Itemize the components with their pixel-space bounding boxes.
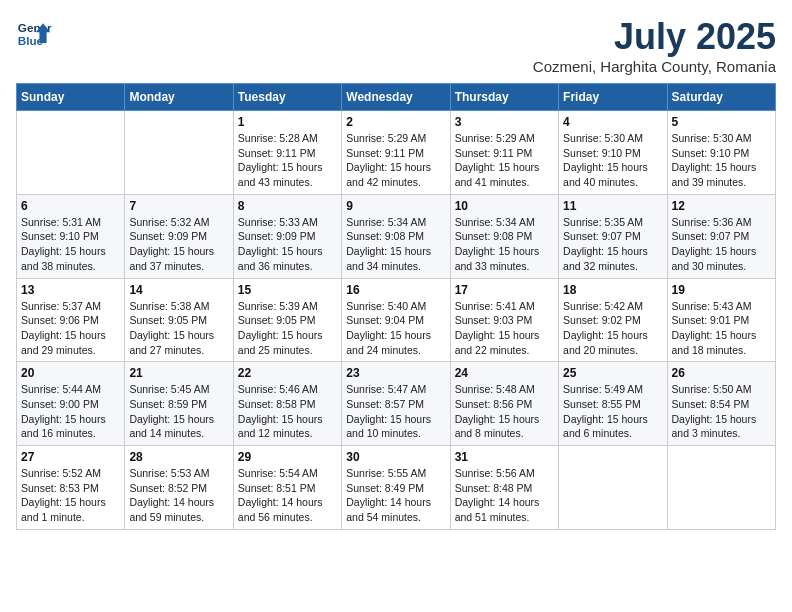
day-info: Sunrise: 5:36 AM Sunset: 9:07 PM Dayligh… [672,215,771,274]
calendar-cell: 3Sunrise: 5:29 AM Sunset: 9:11 PM Daylig… [450,111,558,195]
day-number: 3 [455,115,554,129]
day-number: 5 [672,115,771,129]
calendar-cell: 17Sunrise: 5:41 AM Sunset: 9:03 PM Dayli… [450,278,558,362]
day-info: Sunrise: 5:28 AM Sunset: 9:11 PM Dayligh… [238,131,337,190]
day-number: 25 [563,366,662,380]
day-info: Sunrise: 5:31 AM Sunset: 9:10 PM Dayligh… [21,215,120,274]
weekday-header: Friday [559,84,667,111]
calendar-cell: 7Sunrise: 5:32 AM Sunset: 9:09 PM Daylig… [125,194,233,278]
day-info: Sunrise: 5:41 AM Sunset: 9:03 PM Dayligh… [455,299,554,358]
weekday-header: Thursday [450,84,558,111]
calendar-table: SundayMondayTuesdayWednesdayThursdayFrid… [16,83,776,530]
day-number: 2 [346,115,445,129]
calendar-cell: 18Sunrise: 5:42 AM Sunset: 9:02 PM Dayli… [559,278,667,362]
day-info: Sunrise: 5:43 AM Sunset: 9:01 PM Dayligh… [672,299,771,358]
day-info: Sunrise: 5:29 AM Sunset: 9:11 PM Dayligh… [346,131,445,190]
day-info: Sunrise: 5:49 AM Sunset: 8:55 PM Dayligh… [563,382,662,441]
calendar-cell: 29Sunrise: 5:54 AM Sunset: 8:51 PM Dayli… [233,446,341,530]
calendar-cell: 23Sunrise: 5:47 AM Sunset: 8:57 PM Dayli… [342,362,450,446]
title-area: July 2025 Cozmeni, Harghita County, Roma… [533,16,776,75]
day-number: 19 [672,283,771,297]
calendar-week-row: 13Sunrise: 5:37 AM Sunset: 9:06 PM Dayli… [17,278,776,362]
page-subtitle: Cozmeni, Harghita County, Romania [533,58,776,75]
day-number: 6 [21,199,120,213]
day-info: Sunrise: 5:44 AM Sunset: 9:00 PM Dayligh… [21,382,120,441]
day-number: 4 [563,115,662,129]
day-number: 24 [455,366,554,380]
calendar-cell: 27Sunrise: 5:52 AM Sunset: 8:53 PM Dayli… [17,446,125,530]
day-info: Sunrise: 5:46 AM Sunset: 8:58 PM Dayligh… [238,382,337,441]
calendar-cell: 22Sunrise: 5:46 AM Sunset: 8:58 PM Dayli… [233,362,341,446]
calendar-cell: 10Sunrise: 5:34 AM Sunset: 9:08 PM Dayli… [450,194,558,278]
calendar-cell: 31Sunrise: 5:56 AM Sunset: 8:48 PM Dayli… [450,446,558,530]
day-info: Sunrise: 5:32 AM Sunset: 9:09 PM Dayligh… [129,215,228,274]
day-number: 22 [238,366,337,380]
day-info: Sunrise: 5:55 AM Sunset: 8:49 PM Dayligh… [346,466,445,525]
calendar-week-row: 1Sunrise: 5:28 AM Sunset: 9:11 PM Daylig… [17,111,776,195]
day-info: Sunrise: 5:40 AM Sunset: 9:04 PM Dayligh… [346,299,445,358]
day-info: Sunrise: 5:48 AM Sunset: 8:56 PM Dayligh… [455,382,554,441]
weekday-header: Monday [125,84,233,111]
day-number: 14 [129,283,228,297]
day-info: Sunrise: 5:39 AM Sunset: 9:05 PM Dayligh… [238,299,337,358]
day-number: 15 [238,283,337,297]
day-number: 18 [563,283,662,297]
calendar-cell: 5Sunrise: 5:30 AM Sunset: 9:10 PM Daylig… [667,111,775,195]
calendar-cell: 28Sunrise: 5:53 AM Sunset: 8:52 PM Dayli… [125,446,233,530]
calendar-header-row: SundayMondayTuesdayWednesdayThursdayFrid… [17,84,776,111]
day-info: Sunrise: 5:35 AM Sunset: 9:07 PM Dayligh… [563,215,662,274]
day-info: Sunrise: 5:56 AM Sunset: 8:48 PM Dayligh… [455,466,554,525]
day-info: Sunrise: 5:45 AM Sunset: 8:59 PM Dayligh… [129,382,228,441]
day-number: 7 [129,199,228,213]
page-title: July 2025 [533,16,776,58]
day-info: Sunrise: 5:52 AM Sunset: 8:53 PM Dayligh… [21,466,120,525]
logo-icon: General Blue [16,16,52,52]
day-number: 16 [346,283,445,297]
day-info: Sunrise: 5:47 AM Sunset: 8:57 PM Dayligh… [346,382,445,441]
calendar-cell: 24Sunrise: 5:48 AM Sunset: 8:56 PM Dayli… [450,362,558,446]
day-number: 10 [455,199,554,213]
calendar-cell: 26Sunrise: 5:50 AM Sunset: 8:54 PM Dayli… [667,362,775,446]
day-number: 21 [129,366,228,380]
day-number: 23 [346,366,445,380]
day-info: Sunrise: 5:54 AM Sunset: 8:51 PM Dayligh… [238,466,337,525]
day-number: 1 [238,115,337,129]
calendar-week-row: 6Sunrise: 5:31 AM Sunset: 9:10 PM Daylig… [17,194,776,278]
day-info: Sunrise: 5:30 AM Sunset: 9:10 PM Dayligh… [563,131,662,190]
day-info: Sunrise: 5:37 AM Sunset: 9:06 PM Dayligh… [21,299,120,358]
calendar-cell: 21Sunrise: 5:45 AM Sunset: 8:59 PM Dayli… [125,362,233,446]
calendar-cell: 4Sunrise: 5:30 AM Sunset: 9:10 PM Daylig… [559,111,667,195]
day-number: 28 [129,450,228,464]
day-number: 17 [455,283,554,297]
day-number: 13 [21,283,120,297]
calendar-cell: 16Sunrise: 5:40 AM Sunset: 9:04 PM Dayli… [342,278,450,362]
calendar-cell: 2Sunrise: 5:29 AM Sunset: 9:11 PM Daylig… [342,111,450,195]
day-number: 8 [238,199,337,213]
day-number: 12 [672,199,771,213]
calendar-cell [559,446,667,530]
day-number: 27 [21,450,120,464]
day-info: Sunrise: 5:34 AM Sunset: 9:08 PM Dayligh… [346,215,445,274]
calendar-cell: 9Sunrise: 5:34 AM Sunset: 9:08 PM Daylig… [342,194,450,278]
day-info: Sunrise: 5:34 AM Sunset: 9:08 PM Dayligh… [455,215,554,274]
calendar-cell: 19Sunrise: 5:43 AM Sunset: 9:01 PM Dayli… [667,278,775,362]
calendar-cell: 12Sunrise: 5:36 AM Sunset: 9:07 PM Dayli… [667,194,775,278]
svg-text:General: General [18,21,52,34]
calendar-cell: 15Sunrise: 5:39 AM Sunset: 9:05 PM Dayli… [233,278,341,362]
calendar-cell [125,111,233,195]
calendar-cell: 25Sunrise: 5:49 AM Sunset: 8:55 PM Dayli… [559,362,667,446]
day-number: 26 [672,366,771,380]
day-info: Sunrise: 5:38 AM Sunset: 9:05 PM Dayligh… [129,299,228,358]
calendar-cell: 30Sunrise: 5:55 AM Sunset: 8:49 PM Dayli… [342,446,450,530]
day-number: 9 [346,199,445,213]
calendar-cell: 14Sunrise: 5:38 AM Sunset: 9:05 PM Dayli… [125,278,233,362]
weekday-header: Sunday [17,84,125,111]
page-header: General Blue July 2025 Cozmeni, Harghita… [16,16,776,75]
calendar-cell: 20Sunrise: 5:44 AM Sunset: 9:00 PM Dayli… [17,362,125,446]
calendar-week-row: 20Sunrise: 5:44 AM Sunset: 9:00 PM Dayli… [17,362,776,446]
day-number: 11 [563,199,662,213]
weekday-header: Tuesday [233,84,341,111]
calendar-cell: 13Sunrise: 5:37 AM Sunset: 9:06 PM Dayli… [17,278,125,362]
calendar-week-row: 27Sunrise: 5:52 AM Sunset: 8:53 PM Dayli… [17,446,776,530]
day-number: 30 [346,450,445,464]
